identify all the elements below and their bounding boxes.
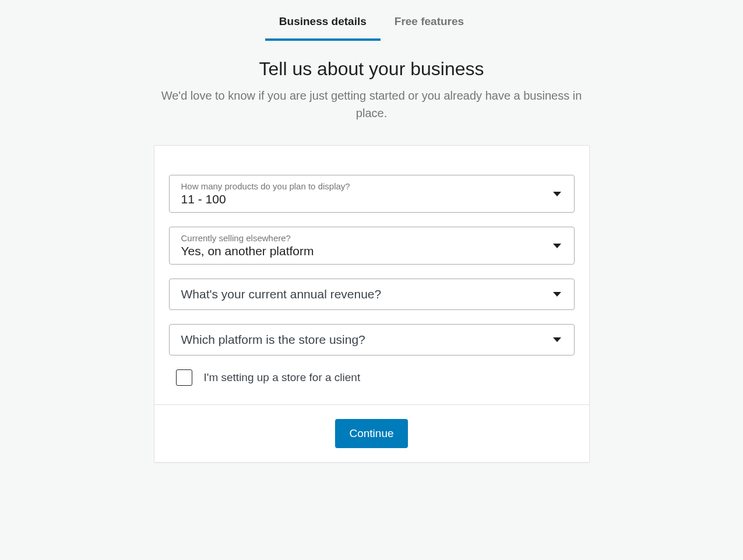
chevron-down-icon [553,244,561,248]
form-footer: Continue [154,404,589,462]
client-checkbox-row: I'm setting up a store for a client [169,355,575,388]
tab-label: Business details [279,15,367,27]
platform-placeholder: Which platform is the store using? [181,333,545,347]
chevron-down-icon [553,292,561,297]
chevron-down-icon [553,337,561,342]
elsewhere-value: Yes, on another platform [181,244,545,258]
products-select[interactable]: How many products do you plan to display… [169,175,575,213]
elsewhere-label: Currently selling elsewhere? [181,233,545,243]
tabs-nav: Business details Free features [265,10,478,41]
platform-select[interactable]: Which platform is the store using? [169,324,575,355]
page-subtitle: We'd love to know if you are just gettin… [150,87,593,122]
products-value: 11 - 100 [181,192,545,206]
page-title: Tell us about your business [150,58,593,80]
revenue-select[interactable]: What's your current annual revenue? [169,279,575,310]
tab-label: Free features [395,15,464,27]
page-header: Tell us about your business We'd love to… [150,58,593,122]
form-body: How many products do you plan to display… [154,146,589,404]
products-label: How many products do you plan to display… [181,181,545,191]
continue-button[interactable]: Continue [335,419,407,448]
client-checkbox-label: I'm setting up a store for a client [204,371,361,384]
chevron-down-icon [553,192,561,196]
elsewhere-select[interactable]: Currently selling elsewhere? Yes, on ano… [169,227,575,265]
revenue-placeholder: What's your current annual revenue? [181,287,545,301]
tab-business-details[interactable]: Business details [265,10,381,41]
tab-free-features[interactable]: Free features [381,10,478,41]
client-checkbox[interactable] [176,369,192,386]
form-card: How many products do you plan to display… [154,145,590,463]
